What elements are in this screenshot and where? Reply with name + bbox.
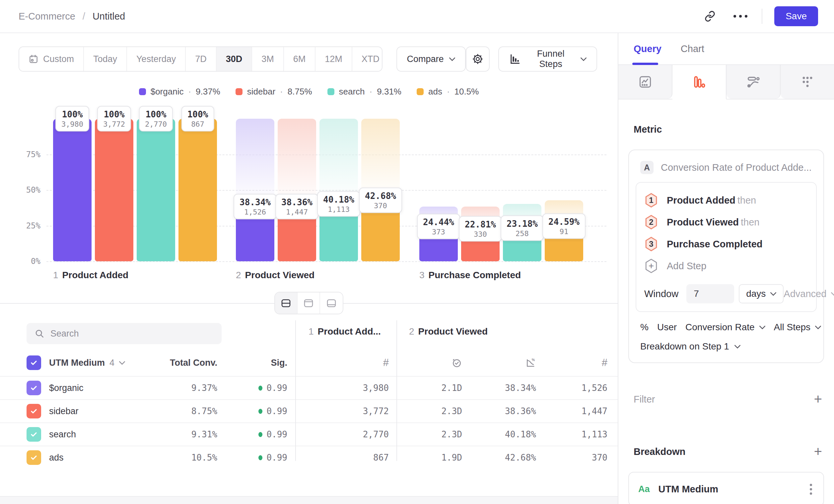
tab-query[interactable]: Query: [634, 43, 661, 54]
measure-scope-select[interactable]: All Steps: [774, 322, 821, 333]
row-step2-time: 1.9D: [396, 453, 462, 462]
table-row[interactable]: $organic 9.37% 0.99 3,980 2.1D 38.34% 1,…: [0, 376, 618, 399]
legend-swatch: [417, 88, 424, 95]
funnel-bar-search[interactable]: 40.18%1,113: [320, 119, 358, 261]
step-axis-1[interactable]: 1 Product Added: [53, 270, 128, 280]
row-checkbox[interactable]: [26, 404, 41, 418]
range-6m[interactable]: 6M: [284, 47, 316, 71]
link-icon: [704, 10, 716, 22]
range-3m[interactable]: 3M: [252, 47, 284, 71]
total-conv-column-label[interactable]: Total Conv.: [151, 358, 217, 368]
funnel-bar-ads[interactable]: 24.59%91: [545, 119, 583, 261]
sig-column-label[interactable]: Sig.: [217, 358, 287, 368]
report-title[interactable]: Untitled: [92, 11, 125, 22]
funnel-chart: 0%25%50%75%100%3,980100%3,772100%2,77010…: [0, 103, 618, 262]
bar-value-label: 38.36%1,447: [275, 194, 319, 220]
row-step2-conv: 38.34%: [462, 383, 536, 393]
row-checkbox[interactable]: [26, 427, 41, 442]
step2-count-column-icon[interactable]: #: [536, 357, 608, 369]
advanced-toggle[interactable]: Advanced: [784, 289, 834, 299]
layout-chart-only-button[interactable]: [298, 293, 320, 314]
layout-split-button[interactable]: [275, 293, 298, 314]
add-step-button[interactable]: + Add Step: [644, 255, 808, 277]
step-axis-2[interactable]: 2 Product Viewed: [236, 270, 314, 280]
share-link-button[interactable]: [701, 7, 719, 25]
legend-swatch: [327, 88, 334, 95]
range-7d[interactable]: 7D: [186, 47, 217, 71]
step2-time-column-icon[interactable]: [396, 358, 462, 368]
funnel-bar-sidebar[interactable]: 100%3,772: [95, 119, 133, 261]
funnel-bar-$organic[interactable]: 100%3,980: [53, 119, 92, 261]
bar-value-label: 24.44%373: [417, 213, 460, 239]
funnel-step-1[interactable]: 1 Product Addedthen: [644, 189, 808, 211]
chevron-down-icon: [831, 292, 834, 296]
row-name: search: [49, 429, 151, 440]
measure-metric-select[interactable]: Conversion Rate: [685, 322, 765, 333]
legend-item-search[interactable]: search·9.31%: [327, 87, 401, 97]
insights-type-button[interactable]: [618, 65, 673, 99]
table-row[interactable]: sidebar 8.75% 0.99 3,772 2.3D 38.36% 1,4…: [0, 399, 618, 422]
breakdown-item-menu-button[interactable]: [807, 481, 815, 497]
funnel-step-3[interactable]: 3 Purchase Completed: [644, 233, 808, 255]
range-12m[interactable]: 12M: [315, 47, 352, 71]
funnel-bar-search[interactable]: 100%2,770: [137, 119, 175, 261]
funnel-bar-search[interactable]: 23.18%258: [503, 119, 542, 261]
window-unit-select[interactable]: days: [739, 284, 784, 303]
range-yesterday[interactable]: Yesterday: [127, 47, 186, 71]
search-input[interactable]: [50, 328, 214, 339]
chart-settings-button[interactable]: [466, 46, 490, 72]
retention-type-button[interactable]: [781, 65, 834, 99]
add-breakdown-button[interactable]: +: [814, 445, 822, 459]
funnel-type-button[interactable]: [673, 65, 726, 99]
breakdown-item-card[interactable]: Aa UTM Medium: [628, 472, 824, 504]
window-value-input[interactable]: [686, 284, 734, 303]
breadcrumb-project[interactable]: E-Commerce: [19, 11, 75, 22]
measure-user[interactable]: User: [657, 322, 677, 333]
step1-count-column-icon[interactable]: #: [295, 357, 389, 369]
breakdown-property-name: UTM Medium: [659, 484, 718, 495]
y-axis-tick: 75%: [0, 150, 41, 159]
funnel-step-2[interactable]: 2 Product Viewedthen: [644, 211, 808, 233]
flows-type-button[interactable]: [726, 65, 781, 99]
funnel-bar-$organic[interactable]: 24.44%373: [419, 119, 458, 261]
save-button[interactable]: Save: [774, 6, 818, 26]
breakdown-on-select[interactable]: Breakdown on Step 1: [636, 333, 817, 359]
panel-divider: [0, 291, 618, 316]
tab-chart[interactable]: Chart: [681, 43, 704, 54]
funnel-bar-ads[interactable]: 100%867: [178, 119, 217, 261]
step-axis-3[interactable]: 3 Purchase Completed: [419, 270, 521, 280]
layout-table-only-button[interactable]: [320, 293, 343, 314]
table-search[interactable]: [26, 323, 222, 344]
compare-button[interactable]: Compare: [396, 46, 466, 72]
chevron-down-icon[interactable]: [119, 361, 125, 365]
row-checkbox[interactable]: [26, 450, 41, 465]
legend-item-sidebar[interactable]: sidebar·8.75%: [236, 87, 312, 97]
table-row[interactable]: ads 10.5% 0.99 867 1.9D 42.68% 370: [0, 445, 618, 469]
step-number-badge: 1: [644, 193, 658, 208]
step2-convrate-column-icon[interactable]: %: [462, 358, 536, 368]
range-xtd[interactable]: XTD: [352, 47, 382, 71]
breakdown-column-label[interactable]: UTM Medium: [49, 358, 105, 368]
funnel-bar-ads[interactable]: 42.68%370: [361, 119, 400, 261]
row-step2-time: 2.1D: [396, 383, 462, 393]
select-all-checkbox[interactable]: [26, 356, 41, 370]
more-menu-button[interactable]: [731, 7, 750, 25]
row-checkbox[interactable]: [26, 381, 41, 395]
row-total-conv: 10.5%: [151, 453, 217, 462]
funnel-bar-$organic[interactable]: 38.34%1,526: [236, 119, 275, 261]
step-axis: 1 Product Added 2 Product Viewed 3 Purch…: [0, 270, 618, 285]
viz-type-button[interactable]: Funnel Steps: [498, 46, 597, 72]
funnel-bar-sidebar[interactable]: 38.36%1,447: [278, 119, 316, 261]
legend-item-ads[interactable]: ads·10.5%: [417, 87, 479, 97]
range-30d[interactable]: 30D: [217, 47, 253, 71]
row-sig: 0.99: [266, 383, 287, 393]
add-filter-button[interactable]: +: [814, 392, 822, 406]
bar-value-label: 100%2,770: [139, 106, 173, 132]
metric-title-row[interactable]: A Conversion Rate of Product Adde...: [636, 159, 817, 182]
range-today[interactable]: Today: [84, 47, 127, 71]
table-row[interactable]: search 9.31% 0.99 2,770 2.3D 40.18% 1,11…: [0, 422, 618, 445]
funnel-bar-sidebar[interactable]: 22.81%330: [461, 119, 500, 261]
range-custom[interactable]: Custom: [19, 47, 84, 71]
chevron-down-icon: [580, 58, 587, 61]
legend-item-organic[interactable]: $organic·9.37%: [139, 87, 220, 97]
